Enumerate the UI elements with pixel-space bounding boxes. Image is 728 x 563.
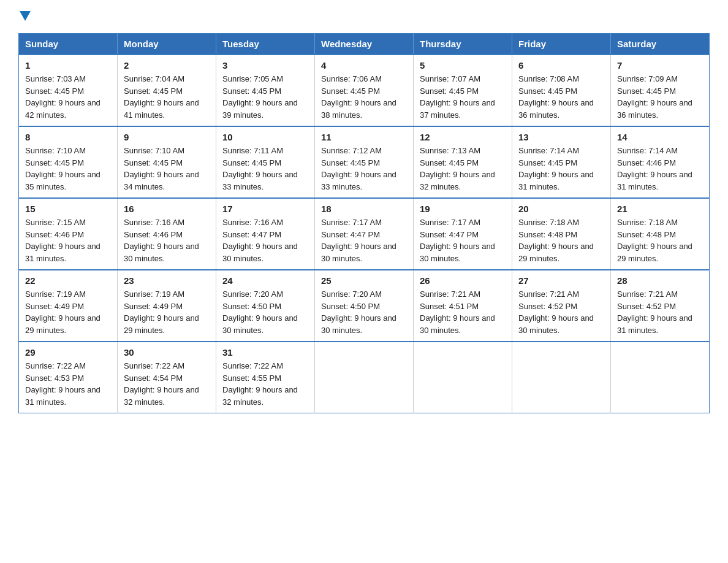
- day-number: 28: [617, 275, 703, 286]
- day-cell: 2 Sunrise: 7:04 AMSunset: 4:45 PMDayligh…: [118, 55, 216, 126]
- day-info: Sunrise: 7:09 AMSunset: 4:45 PMDaylight:…: [617, 74, 692, 120]
- day-number: 30: [124, 347, 210, 358]
- day-info: Sunrise: 7:22 AMSunset: 4:53 PMDaylight:…: [25, 361, 100, 407]
- day-cell: 19 Sunrise: 7:17 AMSunset: 4:47 PMDaylig…: [414, 198, 512, 270]
- day-cell: 14 Sunrise: 7:14 AMSunset: 4:46 PMDaylig…: [611, 126, 710, 198]
- day-cell: 27 Sunrise: 7:21 AMSunset: 4:52 PMDaylig…: [512, 270, 611, 342]
- day-cell: 25 Sunrise: 7:20 AMSunset: 4:50 PMDaylig…: [315, 270, 414, 342]
- day-number: 20: [518, 204, 604, 214]
- day-info: Sunrise: 7:10 AMSunset: 4:45 PMDaylight:…: [124, 146, 199, 191]
- day-number: 8: [25, 132, 111, 142]
- day-cell: 26 Sunrise: 7:21 AMSunset: 4:51 PMDaylig…: [414, 270, 512, 342]
- day-cell: 1 Sunrise: 7:03 AMSunset: 4:45 PMDayligh…: [19, 55, 118, 126]
- day-cell: [414, 342, 512, 413]
- page-header: [18, 12, 710, 22]
- day-cell: 28 Sunrise: 7:21 AMSunset: 4:52 PMDaylig…: [611, 270, 710, 342]
- day-cell: 11 Sunrise: 7:12 AMSunset: 4:45 PMDaylig…: [315, 126, 414, 198]
- weekday-header-wednesday: Wednesday: [315, 34, 414, 55]
- day-number: 26: [420, 275, 506, 286]
- day-info: Sunrise: 7:07 AMSunset: 4:45 PMDaylight:…: [420, 74, 495, 120]
- day-number: 25: [321, 275, 407, 286]
- day-info: Sunrise: 7:19 AMSunset: 4:49 PMDaylight:…: [124, 289, 199, 335]
- day-number: 1: [25, 60, 111, 71]
- day-cell: 31 Sunrise: 7:22 AMSunset: 4:55 PMDaylig…: [216, 342, 315, 413]
- day-number: 9: [124, 132, 210, 142]
- day-number: 18: [321, 204, 407, 214]
- day-info: Sunrise: 7:03 AMSunset: 4:45 PMDaylight:…: [25, 74, 100, 120]
- day-info: Sunrise: 7:19 AMSunset: 4:49 PMDaylight:…: [25, 289, 100, 335]
- day-cell: 4 Sunrise: 7:06 AMSunset: 4:45 PMDayligh…: [315, 55, 414, 126]
- day-info: Sunrise: 7:21 AMSunset: 4:52 PMDaylight:…: [518, 289, 594, 335]
- day-cell: 29 Sunrise: 7:22 AMSunset: 4:53 PMDaylig…: [19, 342, 118, 413]
- day-number: 14: [617, 132, 703, 142]
- day-info: Sunrise: 7:15 AMSunset: 4:46 PMDaylight:…: [25, 218, 100, 263]
- day-info: Sunrise: 7:12 AMSunset: 4:45 PMDaylight:…: [321, 146, 396, 191]
- day-info: Sunrise: 7:14 AMSunset: 4:46 PMDaylight:…: [617, 146, 692, 191]
- weekday-header-monday: Monday: [118, 34, 216, 55]
- day-number: 4: [321, 60, 407, 71]
- day-info: Sunrise: 7:21 AMSunset: 4:52 PMDaylight:…: [617, 289, 692, 335]
- day-info: Sunrise: 7:20 AMSunset: 4:50 PMDaylight:…: [321, 289, 396, 335]
- day-number: 6: [518, 60, 604, 71]
- day-info: Sunrise: 7:14 AMSunset: 4:45 PMDaylight:…: [518, 146, 594, 191]
- day-cell: 22 Sunrise: 7:19 AMSunset: 4:49 PMDaylig…: [19, 270, 118, 342]
- day-cell: 5 Sunrise: 7:07 AMSunset: 4:45 PMDayligh…: [414, 55, 512, 126]
- calendar-table: SundayMondayTuesdayWednesdayThursdayFrid…: [18, 33, 710, 413]
- weekday-header-sunday: Sunday: [19, 34, 118, 55]
- logo: [18, 12, 31, 22]
- day-number: 21: [617, 204, 703, 214]
- day-number: 19: [420, 204, 506, 214]
- weekday-header-friday: Friday: [512, 34, 611, 55]
- day-info: Sunrise: 7:16 AMSunset: 4:46 PMDaylight:…: [124, 218, 199, 263]
- week-row-2: 8 Sunrise: 7:10 AMSunset: 4:45 PMDayligh…: [19, 126, 710, 198]
- day-number: 3: [222, 60, 308, 71]
- day-info: Sunrise: 7:11 AMSunset: 4:45 PMDaylight:…: [222, 146, 298, 191]
- day-cell: 17 Sunrise: 7:16 AMSunset: 4:47 PMDaylig…: [216, 198, 315, 270]
- day-number: 17: [222, 204, 308, 214]
- day-info: Sunrise: 7:21 AMSunset: 4:51 PMDaylight:…: [420, 289, 495, 335]
- day-info: Sunrise: 7:18 AMSunset: 4:48 PMDaylight:…: [518, 218, 594, 263]
- weekday-header-saturday: Saturday: [611, 34, 710, 55]
- week-row-1: 1 Sunrise: 7:03 AMSunset: 4:45 PMDayligh…: [19, 55, 710, 126]
- day-cell: 21 Sunrise: 7:18 AMSunset: 4:48 PMDaylig…: [611, 198, 710, 270]
- calendar-header: SundayMondayTuesdayWednesdayThursdayFrid…: [19, 34, 710, 55]
- day-number: 15: [25, 204, 111, 214]
- day-cell: 18 Sunrise: 7:17 AMSunset: 4:47 PMDaylig…: [315, 198, 414, 270]
- day-info: Sunrise: 7:22 AMSunset: 4:54 PMDaylight:…: [124, 361, 199, 407]
- day-number: 2: [124, 60, 210, 71]
- day-info: Sunrise: 7:05 AMSunset: 4:45 PMDaylight:…: [222, 74, 298, 120]
- day-number: 5: [420, 60, 506, 71]
- weekday-header-row: SundayMondayTuesdayWednesdayThursdayFrid…: [19, 34, 710, 55]
- day-info: Sunrise: 7:06 AMSunset: 4:45 PMDaylight:…: [321, 74, 396, 120]
- day-number: 23: [124, 275, 210, 286]
- day-number: 10: [222, 132, 308, 142]
- day-info: Sunrise: 7:20 AMSunset: 4:50 PMDaylight:…: [222, 289, 298, 335]
- day-number: 29: [25, 347, 111, 358]
- day-cell: 24 Sunrise: 7:20 AMSunset: 4:50 PMDaylig…: [216, 270, 315, 342]
- day-cell: [512, 342, 611, 413]
- day-cell: 12 Sunrise: 7:13 AMSunset: 4:45 PMDaylig…: [414, 126, 512, 198]
- day-info: Sunrise: 7:10 AMSunset: 4:45 PMDaylight:…: [25, 146, 100, 191]
- day-info: Sunrise: 7:17 AMSunset: 4:47 PMDaylight:…: [420, 218, 495, 263]
- day-number: 27: [518, 275, 604, 286]
- day-number: 11: [321, 132, 407, 142]
- week-row-4: 22 Sunrise: 7:19 AMSunset: 4:49 PMDaylig…: [19, 270, 710, 342]
- day-cell: 15 Sunrise: 7:15 AMSunset: 4:46 PMDaylig…: [19, 198, 118, 270]
- day-cell: 13 Sunrise: 7:14 AMSunset: 4:45 PMDaylig…: [512, 126, 611, 198]
- day-number: 24: [222, 275, 308, 286]
- calendar-body: 1 Sunrise: 7:03 AMSunset: 4:45 PMDayligh…: [19, 55, 710, 413]
- day-cell: 20 Sunrise: 7:18 AMSunset: 4:48 PMDaylig…: [512, 198, 611, 270]
- day-number: 7: [617, 60, 703, 71]
- day-info: Sunrise: 7:13 AMSunset: 4:45 PMDaylight:…: [420, 146, 495, 191]
- day-number: 13: [518, 132, 604, 142]
- day-cell: 23 Sunrise: 7:19 AMSunset: 4:49 PMDaylig…: [118, 270, 216, 342]
- weekday-header-tuesday: Tuesday: [216, 34, 315, 55]
- day-info: Sunrise: 7:17 AMSunset: 4:47 PMDaylight:…: [321, 218, 396, 263]
- day-info: Sunrise: 7:16 AMSunset: 4:47 PMDaylight:…: [222, 218, 298, 263]
- day-cell: [611, 342, 710, 413]
- day-cell: 9 Sunrise: 7:10 AMSunset: 4:45 PMDayligh…: [118, 126, 216, 198]
- day-info: Sunrise: 7:22 AMSunset: 4:55 PMDaylight:…: [222, 361, 298, 407]
- weekday-header-thursday: Thursday: [414, 34, 512, 55]
- day-cell: 6 Sunrise: 7:08 AMSunset: 4:45 PMDayligh…: [512, 55, 611, 126]
- day-cell: 16 Sunrise: 7:16 AMSunset: 4:46 PMDaylig…: [118, 198, 216, 270]
